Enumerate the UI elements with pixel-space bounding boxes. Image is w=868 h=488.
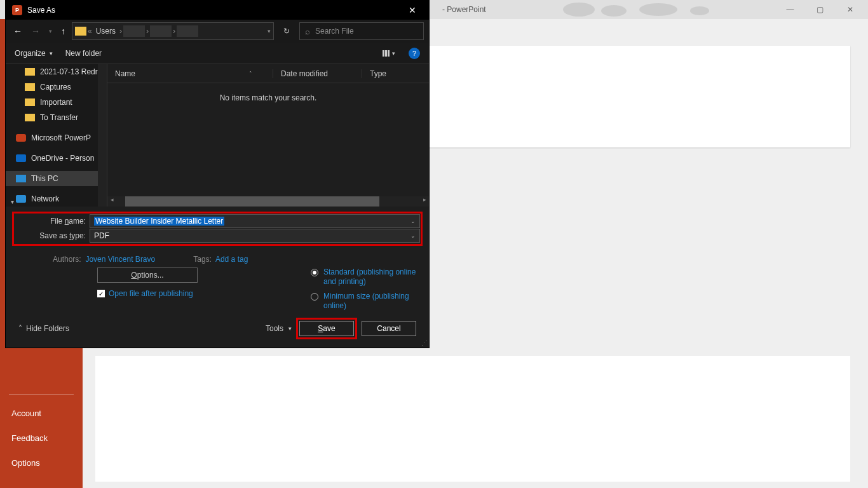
decorative-clouds bbox=[563, 0, 754, 19]
folder-icon bbox=[75, 27, 86, 36]
ppt-title-suffix: - PowerPoint bbox=[442, 5, 486, 14]
breadcrumb-prefix: « bbox=[88, 27, 92, 36]
sidebar-item: Network bbox=[6, 191, 107, 207]
radio-standard[interactable]: Standard (publishing online and printing… bbox=[311, 268, 419, 287]
folder-icon bbox=[25, 98, 35, 106]
sidebar-item: Important bbox=[6, 95, 107, 110]
col-type[interactable]: Type bbox=[362, 69, 429, 78]
sidebar-item: Captures bbox=[6, 79, 107, 95]
chevron-down-icon: ▾ bbox=[288, 325, 292, 332]
cancel-button[interactable]: Cancel bbox=[362, 321, 416, 336]
save-as-dialog: P Save As ✕ ← → ▾ ↑ « Users › › › ▾ ↻ ⌕ … bbox=[5, 0, 430, 348]
resize-grip[interactable]: ⋰ bbox=[421, 339, 428, 346]
folder-icon bbox=[25, 68, 35, 76]
backstage-options[interactable]: Options bbox=[0, 451, 83, 475]
close-button[interactable]: ✕ bbox=[836, 1, 864, 18]
saveastype-label: Save as type: bbox=[15, 231, 90, 240]
organize-menu[interactable]: Organize ▾ bbox=[15, 49, 53, 58]
sidebar-scrollbar[interactable] bbox=[98, 64, 107, 207]
sidebar-item: Microsoft PowerP bbox=[6, 130, 107, 146]
refresh-button[interactable]: ↻ bbox=[278, 27, 295, 36]
radio-icon bbox=[311, 293, 318, 301]
chevron-right-icon[interactable]: › bbox=[119, 27, 122, 36]
sidebar-item: 2021-07-13 Redr bbox=[6, 64, 107, 79]
powerpoint-icon bbox=[16, 134, 26, 142]
breadcrumb-redacted-1[interactable] bbox=[123, 25, 145, 37]
minimize-button[interactable]: — bbox=[776, 1, 804, 18]
radio-icon bbox=[311, 269, 318, 276]
address-bar[interactable]: « Users › › › ▾ bbox=[72, 22, 274, 40]
chevron-down-icon[interactable]: ▾ bbox=[11, 198, 14, 205]
maximize-button[interactable]: ▢ bbox=[806, 1, 834, 18]
search-icon: ⌕ bbox=[305, 27, 310, 36]
chevron-down-icon: ▾ bbox=[50, 50, 53, 57]
open-after-checkbox[interactable]: ✓ Open file after publishing bbox=[97, 289, 193, 298]
nav-row: ← → ▾ ↑ « Users › › › ▾ ↻ ⌕ Search File bbox=[6, 20, 429, 43]
horizontal-scrollbar[interactable]: ◂▸ bbox=[107, 196, 429, 207]
column-headers[interactable]: Name˄ Date modified Type bbox=[107, 64, 429, 83]
back-button[interactable]: ← bbox=[11, 25, 25, 37]
tags-label: Tags: bbox=[193, 255, 212, 264]
tools-menu[interactable]: Tools ▾ bbox=[266, 324, 292, 333]
save-button[interactable]: Save bbox=[299, 321, 354, 336]
saveastype-select[interactable]: PDF ⌄ bbox=[90, 229, 420, 243]
powerpoint-icon: P bbox=[12, 5, 22, 15]
recent-dropdown[interactable]: ▾ bbox=[46, 27, 55, 36]
filename-label: File name: bbox=[15, 217, 90, 226]
chevron-right-icon[interactable]: › bbox=[173, 27, 175, 36]
forward-button[interactable]: → bbox=[29, 25, 43, 37]
col-date[interactable]: Date modified bbox=[273, 69, 362, 78]
dialog-title: Save As bbox=[27, 6, 55, 15]
file-list-pane: Name˄ Date modified Type No items match … bbox=[107, 64, 429, 207]
checkbox-icon: ✓ bbox=[97, 290, 105, 297]
close-icon[interactable]: ✕ bbox=[402, 3, 423, 18]
folder-icon bbox=[25, 114, 35, 121]
onedrive-icon bbox=[16, 154, 26, 162]
backstage-account[interactable]: Account bbox=[0, 401, 83, 426]
chevron-down-icon[interactable]: ⌄ bbox=[410, 233, 416, 239]
breadcrumb-redacted-2[interactable] bbox=[150, 25, 172, 37]
saveastype-value: PDF bbox=[94, 231, 109, 240]
folder-icon bbox=[25, 83, 35, 91]
hide-folders-button[interactable]: ˄ Hide Folders bbox=[18, 324, 69, 333]
view-mode-button[interactable]: ▾ bbox=[383, 49, 396, 58]
save-form: File name: Website Builder Insider Metal… bbox=[6, 207, 429, 348]
sidebar-item: OneDrive - Person bbox=[6, 151, 107, 166]
backstage-feedback[interactable]: Feedback bbox=[0, 426, 83, 451]
new-folder-button[interactable]: New folder bbox=[65, 49, 102, 58]
search-placeholder: Search File bbox=[315, 27, 354, 36]
highlight-box: File name: Website Builder Insider Metal… bbox=[12, 212, 423, 246]
authors-label: Authors: bbox=[53, 255, 81, 264]
dialog-titlebar[interactable]: P Save As ✕ bbox=[6, 1, 429, 20]
this-pc-icon bbox=[16, 175, 26, 182]
chevron-right-icon[interactable]: › bbox=[146, 27, 149, 36]
dialog-toolbar: Organize ▾ New folder ▾ ? bbox=[6, 43, 429, 64]
chevron-down-icon[interactable]: ▾ bbox=[268, 28, 271, 34]
breadcrumb-redacted-3[interactable] bbox=[177, 25, 198, 37]
tags-value[interactable]: Add a tag bbox=[215, 255, 248, 264]
options-button[interactable]: Options... bbox=[97, 268, 198, 283]
sidebar-item: To Transfer bbox=[6, 110, 107, 125]
sort-indicator: ˄ bbox=[249, 71, 252, 77]
empty-message: No items match your search. bbox=[107, 83, 429, 196]
chevron-up-icon: ˄ bbox=[18, 324, 22, 333]
search-box[interactable]: ⌕ Search File bbox=[299, 22, 424, 40]
lower-panel bbox=[95, 356, 850, 482]
col-name[interactable]: Name bbox=[115, 69, 135, 78]
breadcrumb-users[interactable]: Users bbox=[93, 27, 118, 36]
filename-value: Website Builder Insider Metallic Letter bbox=[94, 217, 224, 226]
filename-input[interactable]: Website Builder Insider Metallic Letter … bbox=[90, 214, 420, 228]
authors-value[interactable]: Joven Vincent Bravo bbox=[85, 255, 155, 264]
up-button[interactable]: ↑ bbox=[58, 25, 68, 37]
chevron-down-icon[interactable]: ⌄ bbox=[410, 218, 416, 224]
sidebar-item-thispc: This PC bbox=[6, 171, 107, 186]
folder-tree[interactable]: 2021-07-13 Redr Captures Important To Tr… bbox=[6, 64, 107, 207]
network-icon bbox=[16, 195, 26, 203]
help-button[interactable]: ? bbox=[409, 48, 420, 59]
radio-minimum[interactable]: Minimum size (publishing online) bbox=[311, 292, 419, 311]
